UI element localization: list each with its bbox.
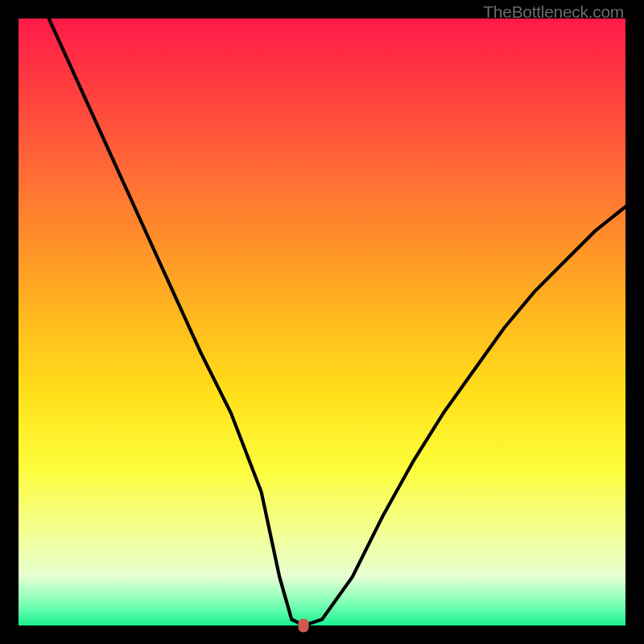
watermark-text: TheBottleneck.com [483, 2, 624, 22]
bottleneck-curve [19, 19, 625, 625]
plot-area [19, 19, 625, 625]
optimum-marker [299, 619, 309, 633]
chart-frame: TheBottleneck.com [0, 0, 644, 644]
